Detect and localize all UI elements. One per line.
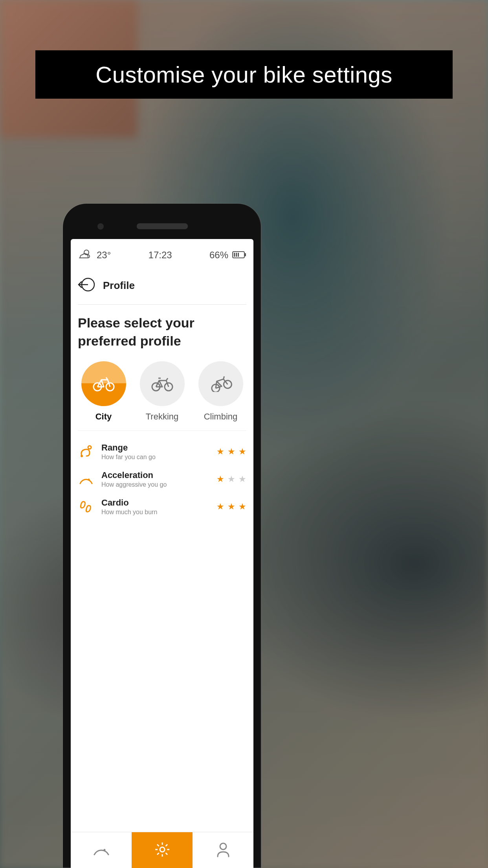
phone-speaker xyxy=(137,223,188,229)
svg-point-16 xyxy=(88,478,90,480)
metric-subtitle: How aggressive you go xyxy=(101,481,209,488)
metric-cardio: Cardio How much you burn ★★★ xyxy=(78,493,246,520)
content-area: Please select your preferred profile Cit… xyxy=(71,305,253,832)
rating-stars: ★★★ xyxy=(216,502,246,512)
metric-range: Range How far you can go ★★★ xyxy=(78,438,246,465)
metric-subtitle: How far you can go xyxy=(101,454,209,461)
acceleration-icon xyxy=(78,473,94,485)
status-right: 66% xyxy=(209,250,246,261)
star-icon: ★ xyxy=(227,502,235,512)
profile-label: Climbing xyxy=(204,412,238,422)
svg-point-15 xyxy=(81,455,83,457)
profile-option-climbing[interactable]: Climbing xyxy=(195,361,246,422)
clock-time: 17:23 xyxy=(149,250,172,261)
profile-selector: City Trekking xyxy=(78,361,246,422)
star-icon: ★ xyxy=(216,447,224,457)
star-icon: ★ xyxy=(216,502,224,512)
star-icon: ★ xyxy=(227,447,235,457)
profile-label: Trekking xyxy=(146,412,179,422)
metric-subtitle: How much you burn xyxy=(101,509,209,516)
profile-circle xyxy=(81,361,126,406)
star-icon: ★ xyxy=(227,474,235,484)
star-icon: ★ xyxy=(216,474,224,484)
status-bar: 23° 17:23 66% xyxy=(71,239,253,269)
svg-rect-5 xyxy=(238,253,239,257)
svg-rect-3 xyxy=(234,253,235,257)
nav-profile[interactable] xyxy=(193,832,253,868)
bottom-nav xyxy=(71,832,253,868)
metric-title: Cardio xyxy=(101,498,209,508)
range-icon xyxy=(78,444,94,459)
cardio-icon xyxy=(78,499,94,514)
svg-point-27 xyxy=(220,843,226,850)
temperature-value: 23° xyxy=(97,250,111,261)
gauge-icon xyxy=(93,843,110,858)
page-header: Profile xyxy=(71,269,253,304)
metric-acceleration: Acceleration How aggressive you go ★★★ xyxy=(78,465,246,493)
banner-title: Customise your bike settings xyxy=(95,62,392,87)
svg-point-14 xyxy=(88,446,91,449)
svg-point-18 xyxy=(160,847,165,852)
user-icon xyxy=(216,842,231,859)
svg-line-25 xyxy=(157,853,159,855)
city-bike-icon xyxy=(92,376,116,392)
divider xyxy=(78,430,246,431)
profile-circle xyxy=(140,361,185,406)
climbing-bike-icon xyxy=(209,375,233,392)
svg-rect-2 xyxy=(245,253,246,256)
battery-icon xyxy=(232,250,246,261)
metric-text: Cardio How much you burn xyxy=(101,498,209,516)
status-left: 23° xyxy=(78,248,111,262)
rating-stars: ★★★ xyxy=(216,447,246,457)
profile-label: City xyxy=(95,412,112,422)
svg-line-24 xyxy=(165,853,167,855)
nav-settings[interactable] xyxy=(132,832,193,868)
app-screen: 23° 17:23 66% xyxy=(71,239,253,868)
phone-camera xyxy=(97,223,104,230)
phone-frame: 23° 17:23 66% xyxy=(63,204,261,868)
metric-title: Acceleration xyxy=(101,470,209,480)
profile-option-city[interactable]: City xyxy=(78,361,129,422)
star-icon: ★ xyxy=(238,474,246,484)
section-heading: Please select your preferred profile xyxy=(78,314,246,350)
metric-title: Range xyxy=(101,443,209,453)
svg-point-17 xyxy=(103,849,105,851)
marketing-banner: Customise your bike settings xyxy=(35,50,453,99)
svg-rect-4 xyxy=(236,253,237,257)
weather-icon xyxy=(78,248,91,262)
trekking-bike-icon xyxy=(150,376,174,392)
nav-dashboard[interactable] xyxy=(71,832,132,868)
svg-line-26 xyxy=(165,844,167,846)
battery-percent: 66% xyxy=(209,250,228,261)
svg-line-23 xyxy=(157,844,159,846)
back-button[interactable] xyxy=(78,276,95,295)
metric-text: Range How far you can go xyxy=(101,443,209,461)
gear-icon xyxy=(154,841,171,859)
rating-stars: ★★★ xyxy=(216,474,246,484)
metric-text: Acceleration How aggressive you go xyxy=(101,470,209,488)
page-title: Profile xyxy=(103,280,135,292)
star-icon: ★ xyxy=(238,447,246,457)
profile-option-trekking[interactable]: Trekking xyxy=(136,361,188,422)
profile-circle xyxy=(198,361,243,406)
star-icon: ★ xyxy=(238,502,246,512)
